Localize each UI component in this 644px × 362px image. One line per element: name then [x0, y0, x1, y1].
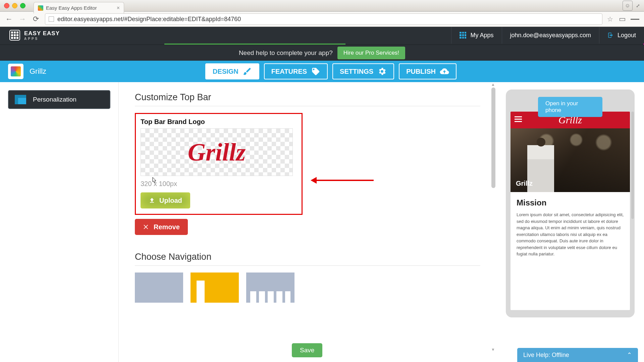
live-help-bar[interactable]: Live Help: Offline ⌃ — [517, 348, 638, 362]
scroll-thumb[interactable] — [491, 87, 495, 188]
help-bar-text: Need help to complete your app? — [239, 49, 333, 57]
main-nav: Grillz DESIGN FEATURES SETTINGS PUBLISH — [0, 61, 644, 82]
tag-icon — [311, 67, 320, 76]
open-in-phone-button[interactable]: Open in your phone — [538, 97, 602, 117]
preview-mission-text: Lorem ipsum dolor sit amet, consectetur … — [517, 212, 624, 257]
editor-panel: Customize Top Bar Top Bar Brand Logo Gri… — [119, 82, 496, 362]
phone-screen: Grillz Grillz Mission Lorem ipsum dolor … — [511, 112, 630, 310]
logo-dimensions: 320 x 100px — [141, 180, 297, 188]
forward-button: → — [18, 15, 27, 23]
annotation-arrow — [317, 180, 374, 181]
hamburger-icon[interactable] — [515, 116, 522, 122]
logo-preview-text: Grillz — [188, 138, 246, 167]
logo-preview: Grillz — [141, 128, 293, 176]
workspace: Personalization Customize Top Bar Top Ba… — [0, 82, 644, 362]
sidebar-item-personalization[interactable]: Personalization — [8, 90, 110, 109]
traffic-minimize[interactable] — [12, 3, 17, 8]
bookmark-star-icon[interactable]: ☆ — [607, 15, 613, 23]
navigation-option-none[interactable] — [135, 273, 183, 303]
chrome-expand-icon[interactable]: ⤢ — [636, 3, 640, 8]
brush-icon — [243, 67, 252, 76]
preview-hero-image: Grillz — [511, 128, 630, 192]
sidebar-item-label: Personalization — [33, 96, 76, 103]
app-logo[interactable]: EASY EASY APPS — [0, 30, 69, 41]
back-button[interactable]: ← — [5, 15, 13, 23]
tab-settings[interactable]: SETTINGS — [332, 63, 394, 79]
live-help-label: Live Help: Offline — [523, 352, 569, 359]
preview-body: Mission Lorem ipsum dolor sit amet, cons… — [511, 192, 630, 257]
cloud-upload-icon — [440, 67, 449, 76]
chrome-menu-icon[interactable] — [631, 15, 639, 23]
chrome-user-icon[interactable]: ☺ — [623, 1, 633, 11]
preview-panel: Open in your phone Grillz Grillz Mission… — [496, 82, 644, 362]
my-apps-label: My Apps — [470, 32, 493, 39]
tab-publish-label: PUBLISH — [406, 68, 436, 75]
preview-mission-title: Mission — [517, 198, 624, 207]
tab-design-label: DESIGN — [213, 68, 238, 75]
device-mode-icon[interactable]: ▭ — [618, 15, 627, 23]
navigation-options — [135, 273, 480, 303]
remove-button[interactable]: Remove — [135, 219, 188, 235]
traffic-close[interactable] — [4, 3, 9, 8]
tab-features[interactable]: FEATURES — [264, 63, 328, 79]
logout-label: Logout — [618, 32, 636, 39]
app-icon — [8, 64, 23, 79]
browser-toolbar: ← → ⟳ editor.easyeasyapps.net/#DesignPla… — [0, 11, 644, 27]
address-bar-text: editor.easyeasyapps.net/#DesignPlace:edi… — [57, 16, 241, 23]
tab-close-icon[interactable]: × — [117, 5, 120, 11]
save-button[interactable]: Save — [292, 343, 322, 357]
traffic-zoom[interactable] — [20, 3, 25, 8]
apps-grid-icon — [460, 32, 466, 39]
hire-pro-button[interactable]: Hire our Pro Services! — [337, 47, 405, 59]
app-header: EASY EASY APPS My Apps john.doe@easyeasy… — [0, 27, 644, 44]
logout-link[interactable]: Logout — [599, 27, 644, 44]
section-title-topbar: Customize Top Bar — [135, 92, 480, 106]
brand-subname: APPS — [24, 37, 60, 41]
logo-field-label: Top Bar Brand Logo — [141, 118, 297, 126]
scrollbar[interactable] — [490, 82, 496, 362]
user-email[interactable]: john.doe@easyeasyapps.com — [502, 27, 599, 44]
annotation-highlight-box: Top Bar Brand Logo Grillz 320 x 100px Up… — [135, 113, 303, 215]
personalization-icon — [15, 95, 26, 104]
window-traffic-lights — [4, 3, 25, 8]
remove-icon — [143, 224, 150, 230]
favicon-icon — [38, 5, 43, 11]
navigation-option-drawer[interactable] — [191, 273, 239, 303]
progress-accent — [0, 44, 644, 45]
upload-button-label: Upload — [159, 197, 182, 204]
browser-tab-title: Easy Easy Apps Editor — [46, 5, 97, 11]
current-app-name: Grillz — [30, 67, 46, 76]
address-bar[interactable]: editor.easyeasyapps.net/#DesignPlace:edi… — [45, 13, 602, 25]
navigation-option-tabs[interactable] — [246, 273, 294, 303]
tab-publish[interactable]: PUBLISH — [399, 63, 457, 79]
tab-features-label: FEATURES — [271, 68, 307, 75]
tab-design[interactable]: DESIGN — [205, 63, 259, 79]
preview-scrollbar[interactable] — [631, 112, 634, 219]
logout-icon — [607, 32, 613, 38]
reload-button[interactable]: ⟳ — [32, 15, 40, 23]
remove-button-label: Remove — [154, 223, 180, 231]
page-icon — [49, 16, 54, 22]
user-email-text: john.doe@easyeasyapps.com — [510, 32, 591, 39]
sidebar: Personalization — [0, 82, 119, 362]
tab-settings-label: SETTINGS — [340, 68, 373, 75]
section-title-navigation: Choose Navigation — [135, 252, 480, 266]
help-bar: Need help to complete your app? Hire our… — [0, 45, 644, 61]
current-app[interactable]: Grillz — [0, 64, 54, 79]
phone-frame: Open in your phone Grillz Grillz Mission… — [506, 89, 635, 317]
upload-icon — [149, 197, 155, 204]
chevron-up-icon: ⌃ — [627, 351, 632, 359]
gear-icon — [377, 67, 387, 76]
upload-button[interactable]: Upload — [141, 192, 190, 208]
preview-hero-title: Grillz — [516, 180, 533, 187]
browser-tab[interactable]: Easy Easy Apps Editor × — [34, 2, 124, 13]
brand-name: EASY EASY — [24, 30, 60, 37]
my-apps-link[interactable]: My Apps — [451, 27, 501, 44]
